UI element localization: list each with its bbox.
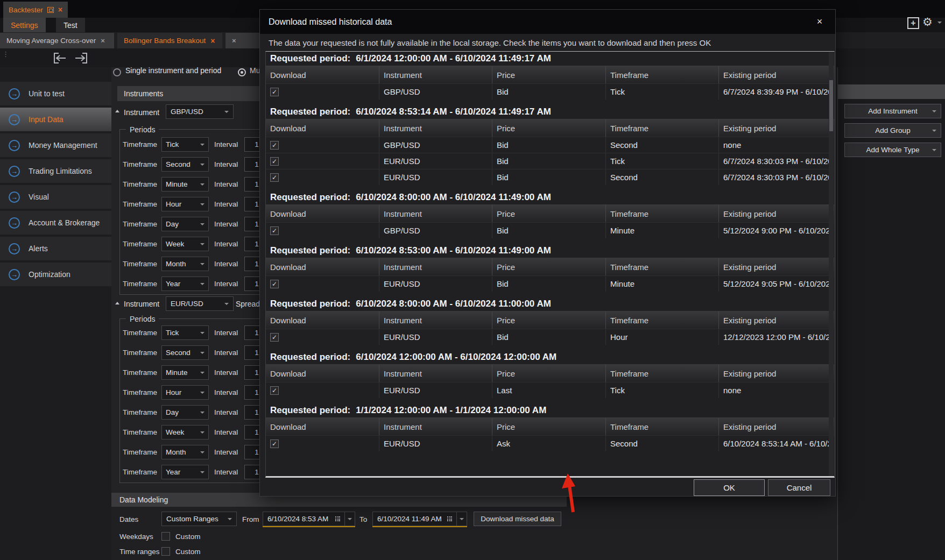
sidebar-item-optimization[interactable]: →Optimization — [0, 263, 111, 286]
time-ranges-custom-checkbox[interactable] — [161, 547, 170, 556]
chevron-down-icon — [200, 352, 204, 354]
instrument-select[interactable]: EUR/USD — [166, 296, 234, 311]
strategy-tab-partial[interactable]: × — [225, 33, 259, 48]
tab-test[interactable]: Test — [56, 18, 85, 32]
backtester-tab-close-icon[interactable]: × — [58, 5, 62, 14]
strategy-tab-close-icon[interactable]: × — [210, 37, 215, 45]
column-header: Timeframe — [605, 205, 718, 222]
weekdays-custom-label: Custom — [175, 533, 201, 541]
strategy-tab-moving-average[interactable]: Moving Average Cross-over × — [0, 33, 114, 48]
strategy-tab-close-icon[interactable]: × — [101, 37, 105, 45]
column-header: Price — [492, 205, 605, 222]
collapse-icon[interactable] — [115, 302, 119, 304]
timeframe-select[interactable]: Year — [161, 277, 209, 291]
sidebar-item-unit-to-test[interactable]: →Unit to test — [0, 82, 111, 105]
download-missed-data-button[interactable]: Download missed data — [474, 512, 561, 526]
collapse-icon[interactable] — [115, 110, 119, 112]
add-group-button[interactable]: Add Group — [844, 123, 941, 138]
sidebar-item-money-management[interactable]: →Money Management — [0, 133, 111, 157]
timeframe-select[interactable]: Week — [161, 237, 209, 251]
existing-period-cell: 6/7/2024 8:30:03 PM - 6/10/20 — [718, 169, 834, 185]
table-row: ✓GBP/USDBidTick6/7/2024 8:39:49 PM - 6/1… — [266, 83, 834, 100]
timeframe-select[interactable]: Second — [161, 157, 209, 172]
weekdays-custom-checkbox[interactable] — [161, 532, 170, 541]
download-checkbox[interactable]: ✓ — [270, 157, 279, 166]
requested-period-header: Requested period:6/10/2024 8:00:00 AM - … — [266, 298, 834, 310]
add-instrument-button[interactable]: Add Instrument — [844, 104, 941, 118]
timeframe-select[interactable]: Tick — [161, 137, 209, 152]
timeframe-select[interactable]: Hour — [161, 197, 209, 211]
sidebar-item-input-data[interactable]: →Input Data — [0, 108, 111, 131]
price-cell: Bid — [492, 329, 605, 345]
instrument-cell: EUR/USD — [379, 436, 492, 451]
add-whole-type-label: Add Whole Type — [866, 146, 920, 154]
timeframe-select[interactable]: Tick — [161, 325, 209, 340]
chevron-down-icon — [200, 471, 204, 473]
instrument-select[interactable]: GBP/USD — [166, 104, 234, 119]
dock-right-icon[interactable] — [73, 51, 89, 65]
download-checkbox[interactable]: ✓ — [270, 440, 279, 448]
radio-single-instrument[interactable] — [113, 68, 121, 76]
download-checkbox[interactable]: ✓ — [270, 280, 279, 288]
timeframe-row: TimeframeTickInterval1 — [123, 325, 273, 340]
sidebar-item-trading-limitations[interactable]: →Trading Limitations — [0, 159, 111, 183]
timeframe-row: TimeframeMonthInterval1 — [123, 445, 273, 459]
add-panel-icon[interactable]: + — [907, 17, 919, 29]
sidebar-item-label: Trading Limitations — [29, 167, 92, 175]
column-header: Download — [266, 66, 379, 83]
dialog-close-icon[interactable]: × — [813, 15, 827, 29]
timeframe-select-value: Year — [166, 280, 180, 288]
from-field-underline — [263, 526, 355, 527]
timeframe-select[interactable]: Day — [161, 405, 209, 420]
timeframe-select[interactable]: Month — [161, 257, 209, 271]
timeframe-select[interactable]: Second — [161, 345, 209, 360]
radio-multiple-instruments[interactable] — [238, 68, 246, 76]
sidebar-item-alerts[interactable]: →Alerts — [0, 237, 111, 260]
gear-dropdown-icon[interactable] — [937, 22, 942, 24]
timeframe-select[interactable]: Week — [161, 425, 209, 440]
timeframe-label: Timeframe — [123, 468, 161, 476]
timeframe-row: TimeframeYearInterval1 — [123, 277, 273, 291]
download-checkbox[interactable]: ✓ — [270, 141, 279, 150]
calendar-icon[interactable] — [447, 516, 452, 521]
strategy-tab-bollinger-bands[interactable]: Bollinger Bands Breakout × — [117, 33, 222, 48]
calendar-icon[interactable] — [335, 516, 340, 521]
timeframe-select[interactable]: Minute — [161, 177, 209, 192]
requested-period-value: 1/1/2024 12:00:00 AM - 1/1/2024 12:00:00… — [356, 405, 546, 416]
chevron-down-icon — [200, 283, 204, 285]
sidebar-item-label: Money Management — [29, 141, 97, 150]
chevron-down-icon[interactable] — [345, 518, 355, 520]
download-checkbox[interactable]: ✓ — [270, 173, 279, 182]
from-date-field[interactable]: 6/10/2024 8:53 AM — [263, 512, 355, 526]
download-checkbox[interactable]: ✓ — [270, 333, 279, 342]
timeframe-row: TimeframeWeekInterval1 — [123, 237, 273, 251]
timeframe-select[interactable]: Month — [161, 445, 209, 459]
download-checkbox[interactable]: ✓ — [270, 226, 279, 235]
requested-period-label: Requested period: — [270, 192, 350, 203]
dock-left-icon[interactable] — [52, 51, 68, 65]
sidebar-item-visual[interactable]: →Visual — [0, 185, 111, 209]
requested-period-value: 6/10/2024 8:53:14 AM - 6/10/2024 11:49:1… — [356, 107, 551, 117]
timeframe-select[interactable]: Day — [161, 217, 209, 231]
dialog-scrollbar-thumb[interactable] — [829, 80, 833, 131]
cancel-button[interactable]: Cancel — [768, 479, 830, 496]
backtester-window-tab[interactable]: Backtester × — [3, 2, 68, 18]
timeframe-select[interactable]: Minute — [161, 365, 209, 380]
to-date-field[interactable]: 6/10/2024 11:49 AM — [372, 512, 467, 526]
timeframe-select[interactable]: Hour — [161, 385, 209, 400]
download-checkbox[interactable]: ✓ — [270, 386, 279, 395]
timeframe-select[interactable]: Year — [161, 465, 209, 479]
add-whole-type-button[interactable]: Add Whole Type — [844, 143, 941, 157]
chevron-down-icon[interactable] — [457, 518, 467, 520]
timeframe-select-value: Day — [166, 220, 179, 228]
gear-icon[interactable]: ⚙ — [922, 16, 933, 29]
tab-settings[interactable]: Settings — [3, 18, 46, 32]
existing-period-cell: none — [718, 137, 834, 153]
ok-button[interactable]: OK — [694, 479, 765, 496]
download-checkbox[interactable]: ✓ — [270, 88, 279, 96]
toolbar-grip-icon[interactable]: ⋮ — [2, 52, 9, 56]
strategy-tab-close-icon[interactable]: × — [232, 37, 236, 45]
dialog-scrollbar[interactable] — [829, 52, 834, 476]
dates-select[interactable]: Custom Ranges — [161, 512, 237, 526]
sidebar-item-account-brokerage[interactable]: →Account & Brokerage — [0, 211, 111, 235]
